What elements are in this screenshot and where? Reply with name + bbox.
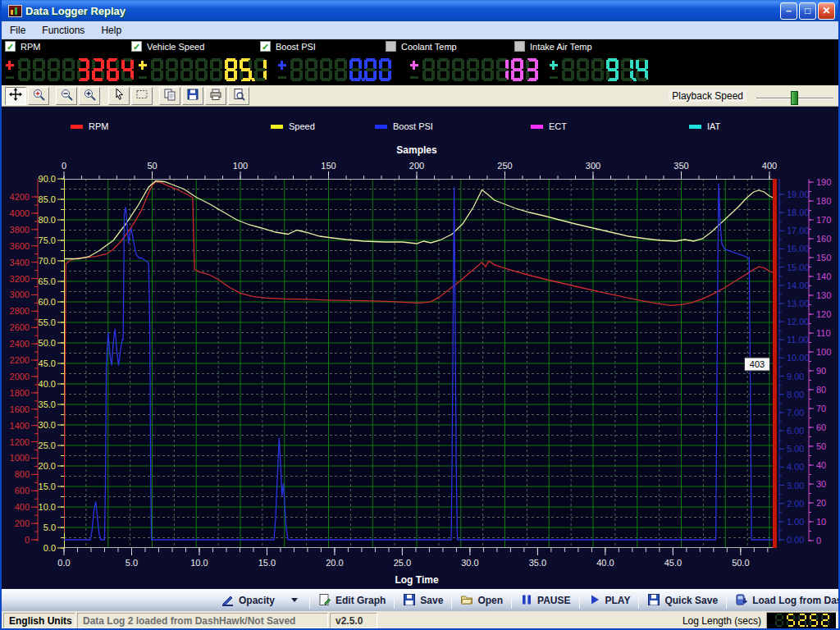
led-digit	[320, 58, 332, 81]
boost-axis-tick-label: 18.00	[787, 208, 810, 217]
led-segment	[349, 71, 353, 80]
led-digit	[467, 58, 479, 81]
rpm-axis-tick-label: 2000	[10, 372, 30, 381]
samples-axis-tick-label: 200	[409, 161, 424, 171]
led-digit	[166, 58, 178, 81]
opacity-button[interactable]: Opacity	[215, 591, 281, 610]
led-display	[562, 58, 651, 81]
led-segment	[828, 615, 829, 619]
channel-checkbox[interactable]	[514, 41, 525, 52]
led-digit	[437, 58, 450, 81]
copy-button[interactable]	[159, 87, 180, 105]
boost-axis-tick-label: 11.00	[787, 335, 809, 345]
led-segment	[496, 71, 500, 80]
led-segment	[79, 68, 88, 71]
opacity-pen-icon	[221, 593, 235, 609]
led-digit	[364, 58, 377, 81]
led-decimal-point	[806, 625, 808, 627]
led-segment	[422, 71, 426, 80]
zoom-in-button[interactable]	[79, 87, 100, 105]
led-digit	[335, 58, 347, 81]
legend-label: Boost PSI	[393, 121, 433, 131]
print-preview-button[interactable]	[228, 87, 249, 105]
led-segment	[305, 71, 308, 80]
led-digit	[482, 58, 494, 81]
playback-cursor-line[interactable]	[773, 179, 777, 548]
led-digit	[225, 58, 237, 81]
rpm-axis-tick-label: 1200	[10, 437, 30, 447]
speed-axis-tick-label: 65.0	[39, 276, 56, 286]
boost-axis-tick-label: 9.00	[787, 372, 804, 381]
save-button[interactable]	[182, 87, 203, 105]
app-window: Data Logger Replay – □ ✕ FileFunctionsHe…	[0, 0, 840, 630]
chart-plot[interactable]: Samples050100150200250300350400Log Time0…	[2, 107, 840, 589]
ect-axis-tick-label: 160	[816, 234, 831, 244]
print-button[interactable]	[205, 87, 226, 105]
plus-icon	[8, 61, 11, 70]
save-button[interactable]: Save	[396, 591, 450, 610]
boost-axis-tick-label: 14.00	[787, 281, 810, 290]
open-button[interactable]: Open	[454, 591, 509, 610]
led-segment	[64, 68, 73, 71]
pause-button[interactable]: PAUSE	[514, 591, 577, 610]
led-digit	[621, 58, 633, 81]
pan-tool-button[interactable]	[5, 87, 26, 105]
channel-checkbox[interactable]: ✓	[5, 41, 16, 52]
maximize-button[interactable]: □	[799, 2, 816, 20]
led-segment	[823, 619, 828, 621]
led-digit	[33, 58, 45, 81]
playback-speed-slider-thumb[interactable]	[791, 91, 798, 105]
minus-icon	[410, 76, 418, 79]
led-segment	[180, 71, 184, 80]
led-digit	[422, 58, 435, 81]
close-button[interactable]: ✕	[818, 2, 835, 20]
edit-graph-button[interactable]: Edit Graph	[312, 591, 392, 610]
menu-item-functions[interactable]: Functions	[34, 22, 93, 39]
logtime-axis-tick-label: 15.0	[258, 558, 276, 568]
ect-axis-tick-label: 130	[816, 290, 831, 300]
zoom-out-button[interactable]	[56, 87, 77, 105]
opacity-dropdown-button[interactable]	[281, 591, 308, 610]
led-digit	[821, 614, 829, 627]
led-segment	[775, 621, 777, 625]
quick-save-button[interactable]: Quick Save	[641, 591, 724, 610]
led-segment	[381, 68, 390, 71]
rpm-axis-tick-label: 3200	[10, 274, 30, 284]
led-segment	[108, 68, 117, 71]
rpm-axis-tick-label: 400	[15, 502, 30, 512]
menu-item-help[interactable]: Help	[93, 22, 130, 39]
led-polarity-indicator	[409, 58, 419, 81]
led-segment	[621, 71, 624, 80]
channel-checkbox[interactable]: ✓	[260, 41, 271, 52]
led-segment	[437, 71, 441, 80]
led-segment	[34, 68, 43, 71]
playback-speed-slider[interactable]	[756, 98, 833, 99]
load-log-button[interactable]: Load Log from DashHawk	[728, 591, 840, 610]
speed-axis-tick-label: 0.0	[43, 543, 56, 553]
minimize-button[interactable]: –	[780, 2, 797, 20]
samples-axis-tick-label: 0	[62, 161, 66, 171]
legend-label: ECT	[549, 121, 567, 131]
play-button[interactable]: PLAY	[582, 591, 637, 610]
led-segment	[49, 68, 58, 71]
toolbar-separator	[726, 592, 727, 609]
channel-checkbox[interactable]: ✓	[131, 41, 142, 52]
cursor-tool-button[interactable]	[108, 87, 130, 105]
zoom-window-tool-button[interactable]	[28, 87, 49, 105]
speed-axis-tick-label: 30.0	[39, 420, 56, 430]
led-segment	[290, 71, 294, 80]
led-segment	[577, 71, 580, 80]
menu-item-file[interactable]: File	[2, 22, 34, 39]
led-segment	[810, 621, 811, 625]
channel-checkbox[interactable]	[386, 41, 396, 52]
led-segment	[782, 621, 783, 625]
rpm-axis-tick-label: 3600	[10, 241, 30, 251]
toolbar-separator	[394, 592, 395, 609]
zoom-out-icon	[60, 88, 73, 104]
legend-swatch	[71, 125, 83, 129]
logtime-axis: Log Time0.05.010.015.020.025.030.035.040…	[57, 548, 767, 586]
rpm-axis-tick-label: 4200	[10, 192, 30, 202]
select-region-tool-button[interactable]	[131, 87, 153, 105]
led-segment	[483, 68, 492, 71]
ect-axis-tick-label: 170	[816, 215, 831, 225]
